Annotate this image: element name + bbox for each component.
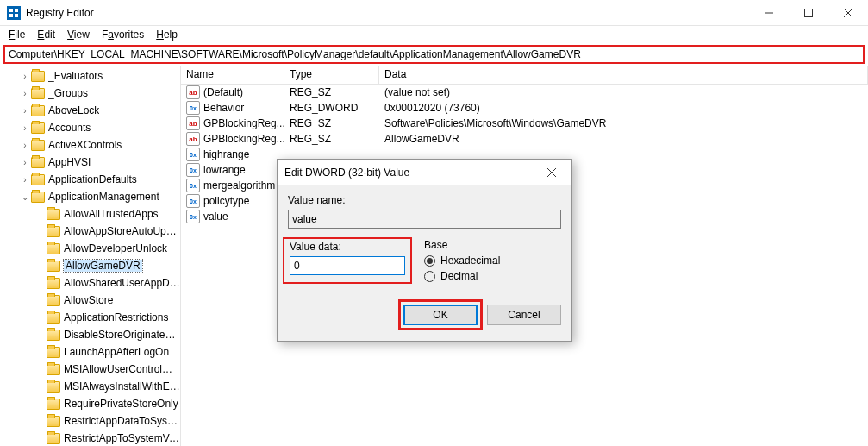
tree-item-label: AllowDeveloperUnlock [64, 242, 167, 254]
folder-icon [47, 433, 60, 444]
folder-icon [47, 364, 60, 375]
menu-favorites[interactable]: Favorites [97, 27, 149, 42]
folder-icon [31, 192, 45, 203]
radio-icon [424, 255, 435, 267]
tree-item[interactable]: AllowStore [0, 292, 180, 309]
value-type: REG_SZ [284, 133, 379, 145]
chevron-right-icon[interactable]: › [19, 141, 31, 150]
tree-item[interactable]: DisableStoreOriginatedApps [0, 326, 180, 343]
string-value-icon [186, 132, 200, 146]
value-type: REG_DWORD [284, 102, 379, 114]
edit-dword-dialog: Edit DWORD (32-bit) Value Value name: Va… [277, 159, 572, 342]
tree-item[interactable]: LaunchAppAfterLogOn [0, 343, 180, 361]
chevron-right-icon[interactable]: › [19, 72, 31, 81]
chevron-right-icon[interactable]: › [19, 123, 31, 133]
tree-item-label: ApplicationManagement [48, 191, 159, 203]
tree-item-label: _Groups [48, 87, 88, 99]
tree-item[interactable]: RestrictAppToSystemVolume [0, 430, 180, 446]
value-name: GPBlockingReg... [203, 117, 284, 129]
radio-icon [424, 271, 435, 282]
tree-item-label: AllowStore [64, 294, 113, 306]
menu-edit[interactable]: Edit [32, 27, 60, 42]
tree-item-label: AppHVSI [48, 156, 91, 168]
tree-item[interactable]: ›ApplicationDefaults [0, 171, 180, 188]
col-name[interactable]: Name [181, 66, 284, 84]
dialog-titlebar[interactable]: Edit DWORD (32-bit) Value [278, 160, 571, 185]
value-data: 0x00012020 (73760) [379, 102, 868, 114]
folder-icon [47, 278, 60, 289]
dword-value-icon [186, 179, 200, 192]
tree-item[interactable]: AllowGameDVR [0, 257, 180, 274]
folder-icon [47, 399, 60, 410]
tree-item[interactable]: AllowAllTrustedApps [0, 205, 180, 223]
radio-dec-label: Decimal [440, 270, 478, 282]
minimize-button[interactable] [749, 0, 789, 26]
folder-icon [31, 157, 45, 168]
window-title: Registry Editor [26, 7, 94, 19]
folder-icon [31, 88, 45, 99]
tree-item-label: LaunchAppAfterLogOn [64, 346, 169, 358]
value-data-input[interactable] [290, 256, 405, 275]
tree-item-label: RequirePrivateStoreOnly [64, 398, 178, 410]
ok-button[interactable]: OK [403, 305, 478, 325]
value-data: AllowGameDVR [379, 133, 868, 145]
menu-view[interactable]: View [62, 27, 95, 42]
chevron-down-icon[interactable]: ⌄ [19, 192, 31, 202]
radio-decimal[interactable]: Decimal [424, 270, 561, 282]
menu-file[interactable]: Fdocument.currentScript.previousElementS… [3, 27, 30, 42]
folder-icon [47, 347, 60, 358]
tree-item[interactable]: AllowDeveloperUnlock [0, 240, 180, 257]
radio-hexadecimal[interactable]: Hexadecimal [424, 254, 561, 267]
close-button[interactable] [828, 0, 868, 26]
chevron-right-icon[interactable]: › [19, 158, 31, 167]
tree-item[interactable]: ›AppHVSI [0, 154, 180, 171]
chevron-right-icon[interactable]: › [19, 89, 31, 98]
tree-item[interactable]: RequirePrivateStoreOnly [0, 395, 180, 412]
dword-value-icon [186, 148, 200, 161]
dword-value-icon [186, 101, 200, 115]
list-row[interactable]: BehaviorREG_DWORD0x00012020 (73760) [181, 100, 868, 116]
list-row[interactable]: (Default)REG_SZ(value not set) [181, 85, 868, 100]
folder-icon [31, 122, 45, 134]
chevron-right-icon[interactable]: › [19, 175, 31, 185]
tree-item[interactable]: ›AboveLock [0, 102, 180, 119]
value-name-label: Value name: [288, 194, 561, 206]
tree-item[interactable]: AllowSharedUserAppData [0, 274, 180, 292]
tree-item[interactable]: MSIAllowUserControlOverInstall [0, 361, 180, 378]
tree-item-label: _Evaluators [48, 70, 103, 82]
folder-icon [31, 174, 45, 185]
value-data: Software\Policies\Microsoft\Windows\Game… [379, 117, 868, 129]
tree-item-label: DisableStoreOriginatedApps [64, 329, 180, 341]
tree-pane[interactable]: ›_Evaluators›_Groups›AboveLock›Accounts›… [0, 66, 181, 446]
value-name-input[interactable] [288, 210, 561, 229]
tree-item[interactable]: MSIAlwaysInstallWithElevatedPrivileges [0, 378, 180, 395]
address-bar[interactable]: Computer\HKEY_LOCAL_MACHINE\SOFTWARE\Mic… [3, 45, 865, 64]
list-row[interactable]: GPBlockingReg...REG_SZSoftware\Policies\… [181, 116, 868, 131]
tree-item[interactable]: ›Accounts [0, 119, 180, 136]
tree-item[interactable]: RestrictAppDataToSystemVolume [0, 412, 180, 430]
dword-value-icon [186, 210, 200, 223]
string-value-icon [186, 85, 200, 99]
tree-item[interactable]: ›_Groups [0, 85, 180, 102]
folder-icon [47, 312, 60, 324]
tree-item[interactable]: ›ActiveXControls [0, 136, 180, 154]
folder-icon [47, 381, 60, 393]
maximize-button[interactable] [789, 0, 828, 26]
col-data[interactable]: Data [379, 66, 868, 84]
value-data: (value not set) [379, 86, 868, 98]
dword-value-icon [186, 163, 200, 177]
tree-item[interactable]: AllowAppStoreAutoUpdate [0, 223, 180, 240]
menu-help[interactable]: Help [151, 27, 183, 42]
tree-item[interactable]: ›_Evaluators [0, 67, 180, 85]
tree-item[interactable]: ⌄ApplicationManagement [0, 188, 180, 205]
dialog-close-button[interactable] [539, 160, 565, 185]
tree-item-label: MSIAllowUserControlOverInstall [64, 363, 180, 375]
cancel-button[interactable]: Cancel [487, 305, 561, 325]
dword-value-icon [186, 194, 200, 208]
radio-hex-label: Hexadecimal [440, 254, 500, 267]
tree-item[interactable]: ApplicationRestrictions [0, 309, 180, 326]
list-row[interactable]: GPBlockingReg...REG_SZAllowGameDVR [181, 131, 868, 147]
chevron-right-icon[interactable]: › [19, 106, 31, 116]
col-type[interactable]: Type [284, 66, 379, 84]
tree-item-label: AboveLock [48, 104, 99, 116]
